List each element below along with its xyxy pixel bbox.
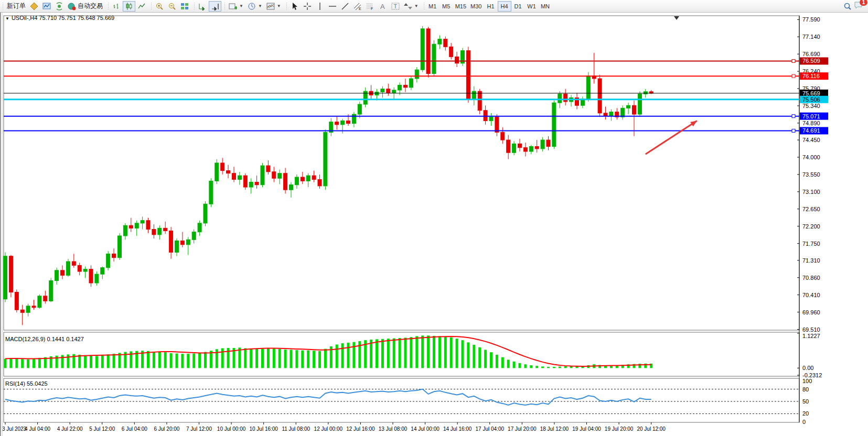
candlestick (421, 29, 424, 70)
arrows-icon (404, 2, 412, 10)
candlestick (78, 265, 81, 271)
candlestick (358, 104, 361, 114)
line-drag-handle[interactable] (792, 115, 795, 118)
search-button[interactable] (841, 1, 854, 12)
candlestick (164, 228, 167, 231)
macd-histogram-bar (170, 353, 173, 368)
macd-histogram-bar (507, 359, 510, 368)
crosshair-button[interactable] (301, 1, 314, 12)
timeframe-h1-button[interactable]: H1 (484, 1, 498, 12)
macd-label: MACD(12,26,9) 0.1441 0.1427 (5, 336, 84, 342)
timeframe-d1-button[interactable]: D1 (511, 1, 525, 12)
chart-canvas[interactable]: 77.59077.14076.69076.24075.79075.34074.8… (1, 13, 868, 436)
charts-window-button[interactable] (40, 1, 53, 12)
vertical-line-button[interactable] (314, 1, 326, 12)
macd-histogram-bar (473, 345, 475, 368)
template-icon (266, 2, 275, 10)
signals-button[interactable] (53, 1, 66, 12)
tile-windows-button[interactable] (178, 1, 191, 12)
candlestick (249, 182, 253, 188)
candlestick (272, 172, 276, 178)
candlestick (106, 254, 110, 267)
line-chart-button[interactable] (135, 1, 148, 12)
candlestick (472, 91, 476, 99)
candlestick (387, 89, 390, 93)
rsi-pane-border (4, 378, 799, 422)
notifications-button[interactable]: 1 (854, 1, 863, 12)
zoom-out-button[interactable] (166, 1, 178, 12)
candlestick (335, 122, 339, 125)
new-order-button[interactable]: 新订单 (5, 1, 28, 12)
fibonacci-button[interactable]: F (364, 1, 377, 12)
timeframe-w1-button[interactable]: W1 (525, 1, 539, 12)
new-chart-button[interactable]: ▼ (227, 1, 245, 12)
line-drag-handle[interactable] (792, 74, 795, 78)
zoom-in-button[interactable] (153, 1, 166, 12)
time-axis-label: 19 Jul 20:00 (605, 426, 634, 432)
horizontal-line-button[interactable] (326, 1, 339, 12)
timeframe-m15-button[interactable]: M15 (453, 1, 468, 12)
chart-shift-marker-icon[interactable] (674, 16, 679, 20)
crosshair-icon (303, 2, 312, 10)
macd-histogram-bar (399, 338, 401, 368)
time-axis-label: 17 Jul 04:00 (476, 426, 505, 432)
cursor-button[interactable] (288, 1, 301, 12)
arrow-annotation[interactable] (646, 121, 697, 154)
macd-histogram-bar (393, 339, 395, 368)
new-chart-icon (229, 2, 237, 10)
auto-scroll-button[interactable] (196, 1, 209, 12)
timeframe-mn-button[interactable]: MN (539, 1, 552, 12)
candlestick (546, 140, 550, 146)
window-frame-line (2, 13, 3, 436)
macd-histogram-bar (147, 351, 149, 368)
candlestick (112, 254, 116, 257)
trendline-button[interactable] (339, 1, 351, 12)
line-drag-handle[interactable] (792, 59, 795, 62)
zoom-out-icon (168, 2, 176, 10)
equidistant-channel-button[interactable]: E (351, 1, 364, 12)
collapse-caret-icon[interactable]: ▼ (5, 16, 9, 21)
timeframe-label: H1 (487, 3, 494, 9)
bar-chart-icon (112, 2, 121, 10)
toolbar-right-group: 1 (841, 1, 866, 12)
bar-chart-button[interactable] (110, 1, 123, 12)
price-tick-label: 75.340 (802, 103, 820, 109)
candlestick (238, 176, 241, 179)
text-label-icon: T (391, 2, 400, 10)
arrows-button[interactable]: ▼ (402, 1, 421, 12)
timeframe-m30-button[interactable]: M30 (468, 1, 484, 12)
templates-button[interactable]: ▼ (264, 1, 283, 12)
candlestick (638, 94, 641, 114)
price-pane-border (4, 16, 799, 330)
candlestick (152, 230, 156, 235)
periods-button[interactable]: ▼ (245, 1, 264, 12)
text-button[interactable]: A (377, 1, 389, 12)
timeframe-m1-button[interactable]: M1 (426, 1, 440, 12)
macd-histogram-bar (535, 366, 538, 368)
candlestick (4, 256, 7, 299)
time-axis-label: 7 Jul 12:00 (186, 426, 212, 432)
text-label-button[interactable]: T (389, 1, 402, 12)
macd-histogram-bar (267, 348, 270, 368)
chart-window[interactable]: ▼USOil-,H4 75.710 75.751 75.648 75.669 M… (0, 13, 868, 436)
candlestick (449, 47, 453, 57)
candlestick (484, 111, 487, 121)
macd-histogram-bar (564, 366, 567, 368)
macd-histogram-bar (387, 339, 390, 368)
macd-histogram-bar (278, 349, 281, 368)
time-axis-label: 14 Jul 00:00 (411, 426, 440, 432)
line-drag-handle[interactable] (792, 129, 795, 132)
time-axis-label: 4 Jul 04:00 (25, 426, 50, 432)
timeframe-h4-button[interactable]: H4 (498, 1, 511, 12)
macd-histogram-bar (347, 343, 350, 368)
timeframe-label: M30 (470, 3, 481, 9)
chart-shift-button[interactable] (209, 1, 221, 12)
horizontal-line-icon (328, 2, 337, 10)
candlestick (478, 91, 481, 111)
macd-histogram-bar (244, 348, 247, 368)
coin-icon-button[interactable] (28, 1, 40, 12)
timeframe-m5-button[interactable]: M5 (440, 1, 453, 12)
autotrading-button[interactable]: 自动交易 (66, 1, 105, 12)
macd-histogram-bar (273, 348, 275, 368)
candlestick-chart-button[interactable] (123, 1, 135, 12)
